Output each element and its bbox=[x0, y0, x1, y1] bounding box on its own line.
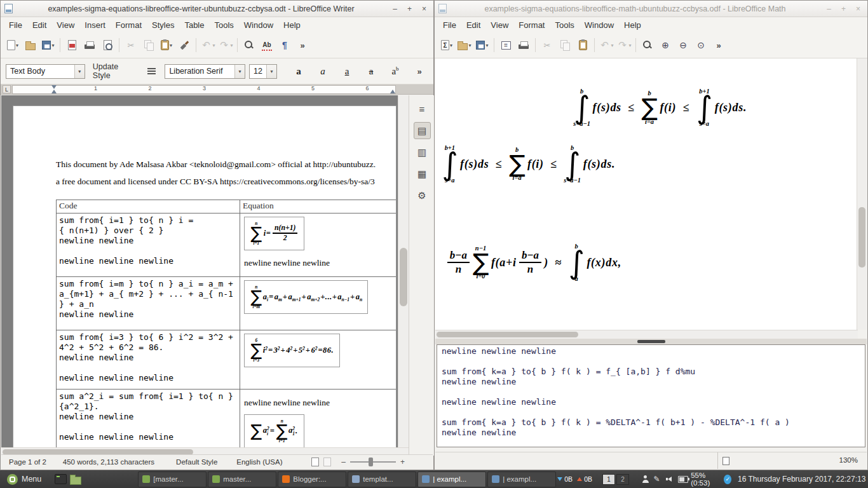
splitter-grip[interactable] bbox=[637, 340, 665, 343]
strikethrough-button[interactable]: a bbox=[362, 62, 380, 80]
toolbar-overflow-button[interactable]: » bbox=[294, 36, 311, 54]
document-page[interactable]: This document by Ade Malsasa Akbar <tekn… bbox=[13, 105, 397, 447]
taskbar-window-button[interactable]: master... bbox=[208, 471, 276, 487]
menu-window[interactable]: Window bbox=[239, 18, 278, 32]
scrollbar-thumb[interactable] bbox=[858, 207, 865, 268]
chevron-down-icon[interactable]: ▾ bbox=[51, 43, 54, 48]
italic-button[interactable]: a bbox=[314, 62, 332, 80]
taskbar-window-button[interactable]: [master... bbox=[138, 471, 207, 487]
menu-file[interactable]: File bbox=[438, 18, 461, 32]
superscript-button[interactable]: ab bbox=[386, 62, 404, 80]
chevron-down-icon[interactable]: ▾ bbox=[16, 43, 18, 48]
menu-file[interactable]: File bbox=[4, 18, 27, 32]
chevron-down-icon[interactable]: ▾ bbox=[628, 43, 631, 48]
zoom-in-button[interactable]: ⊕ bbox=[656, 36, 674, 54]
spelling-button[interactable]: Ab bbox=[258, 36, 276, 54]
menu-window[interactable]: Window bbox=[580, 18, 619, 32]
chevron-down-icon[interactable]: ▾ bbox=[74, 65, 85, 78]
print-button[interactable] bbox=[81, 36, 98, 54]
equation-cell[interactable]: n∑i=1i=n(n+1)2newline newline newline bbox=[240, 214, 397, 277]
formatting-marks-button[interactable]: ¶ bbox=[276, 36, 294, 54]
equation-cell[interactable]: n∑i=mai=am+am+1+am+2+...+an−1+an bbox=[240, 277, 397, 330]
paste-button[interactable]: ▾ bbox=[158, 36, 175, 54]
formatbar-overflow-button[interactable]: » bbox=[410, 62, 428, 80]
vertical-scrollbar[interactable] bbox=[857, 58, 867, 330]
maximize-button[interactable]: + bbox=[404, 3, 415, 14]
horizontal-ruler[interactable]: L 123456 bbox=[1, 85, 433, 95]
copy-button[interactable] bbox=[140, 36, 158, 54]
clone-formatting-button[interactable] bbox=[175, 36, 193, 54]
menu-edit[interactable]: Edit bbox=[461, 18, 485, 32]
update-style-button[interactable]: Update Style bbox=[89, 60, 140, 82]
print-preview-button[interactable] bbox=[98, 36, 116, 54]
zoom-level[interactable]: 130% bbox=[839, 456, 858, 464]
code-cell[interactable]: sum from{ i=m } to{ n } a_i = a_m + a_{m… bbox=[57, 277, 240, 330]
view-editor-splitter[interactable] bbox=[435, 339, 867, 344]
save-button[interactable]: ▾ bbox=[473, 36, 491, 54]
undo-button[interactable]: ↶▾ bbox=[597, 36, 615, 54]
menu-tools[interactable]: Tools bbox=[550, 18, 579, 32]
page-deck-button[interactable]: ▥ bbox=[414, 144, 431, 161]
formula-view[interactable]: b∫s=a−1f(s)ds≤b∑i=af(i)≤b+1∫s=af(s)ds. b… bbox=[435, 58, 858, 330]
workspace-2[interactable]: 2 bbox=[616, 474, 629, 485]
mint-menu-button[interactable]: Menu bbox=[2, 471, 46, 487]
math-titlebar[interactable]: examples-sigma-equations-libreoffice-mat… bbox=[435, 1, 867, 17]
multi-page-view-icon[interactable] bbox=[323, 458, 331, 466]
language-status[interactable]: English (USA) bbox=[236, 458, 282, 466]
code-cell[interactable]: sum a^2_i = sum from{ i=1 } to{ n } {a^2… bbox=[57, 390, 240, 447]
vertical-scrollbar[interactable] bbox=[398, 95, 409, 447]
chevron-down-icon[interactable]: ▾ bbox=[230, 43, 233, 48]
toolbar-overflow-button[interactable]: » bbox=[710, 36, 728, 54]
equation-cell[interactable]: 6∑i=3i2=32+42+52+62=86. bbox=[240, 330, 397, 390]
chevron-down-icon[interactable]: ▾ bbox=[170, 43, 172, 48]
cut-button[interactable]: ✂ bbox=[538, 36, 556, 54]
copy-button[interactable] bbox=[556, 36, 574, 54]
minimize-button[interactable]: – bbox=[390, 3, 400, 14]
first-line-indent-marker[interactable] bbox=[51, 85, 57, 89]
chevron-down-icon[interactable]: ▾ bbox=[611, 43, 613, 48]
zoom-slider-thumb[interactable] bbox=[369, 458, 373, 466]
equation-cell[interactable]: newline newline newline∑a2i=n∑i=1a21. bbox=[240, 390, 397, 447]
menu-format[interactable]: Format bbox=[513, 18, 550, 32]
page-style-status[interactable]: Default Style bbox=[176, 458, 217, 466]
workspace-1[interactable]: 1 bbox=[602, 474, 615, 485]
menu-styles[interactable]: Styles bbox=[147, 18, 179, 32]
cut-button[interactable]: ✂ bbox=[122, 36, 140, 54]
open-button[interactable] bbox=[22, 36, 39, 54]
new-style-button[interactable] bbox=[143, 62, 161, 80]
chevron-down-icon[interactable]: ▾ bbox=[468, 43, 471, 48]
maximize-button[interactable]: + bbox=[838, 3, 849, 14]
menu-view[interactable]: View bbox=[51, 18, 79, 32]
gallery-button[interactable]: ▦ bbox=[414, 165, 431, 182]
pencil-icon[interactable]: ✎ bbox=[653, 475, 660, 484]
chevron-down-icon[interactable]: ▾ bbox=[212, 43, 215, 48]
equation-object[interactable]: n∑i=mai=am+am+1+am+2+...+an−1+an bbox=[244, 280, 368, 314]
bold-button[interactable]: a bbox=[290, 62, 308, 80]
document-viewport[interactable]: This document by Ade Malsasa Akbar <tekn… bbox=[1, 95, 398, 447]
paste-button[interactable] bbox=[574, 36, 592, 54]
font-name-combobox[interactable]: Liberation Serif ▾ bbox=[165, 64, 245, 79]
redo-button[interactable]: ↷▾ bbox=[615, 36, 633, 54]
code-cell[interactable]: sum from{ i=3 } to{ 6 } i^2 = 3^2 + 4^2 … bbox=[57, 330, 240, 390]
menu-help[interactable]: Help bbox=[619, 18, 646, 32]
close-button[interactable]: × bbox=[419, 3, 430, 14]
zoom-slider[interactable] bbox=[350, 461, 396, 463]
taskbar-window-button[interactable]: | exampl... bbox=[417, 471, 486, 487]
equation-object[interactable]: ∑a2i=n∑i=1a21. bbox=[244, 414, 304, 447]
new-document-button[interactable]: ▾ bbox=[4, 36, 22, 54]
chevron-down-icon[interactable]: ▾ bbox=[485, 43, 488, 48]
formula-command-editor[interactable]: newline newline newline sum from{ k=a } … bbox=[437, 344, 865, 447]
zoom-100-button[interactable]: ⊙ bbox=[692, 36, 710, 54]
sidebar-menu-button[interactable]: ≡ bbox=[414, 100, 431, 118]
terminal-launcher[interactable] bbox=[53, 471, 68, 487]
right-indent-marker[interactable] bbox=[390, 90, 395, 93]
formula-cursor-button[interactable] bbox=[639, 36, 656, 54]
menu-edit[interactable]: Edit bbox=[27, 18, 51, 32]
single-page-view-icon[interactable] bbox=[311, 458, 319, 466]
equation-object[interactable]: 6∑i=3i2=32+42+52+62=86. bbox=[244, 334, 340, 367]
open-button[interactable]: ▾ bbox=[456, 36, 473, 54]
scrollbar-thumb[interactable] bbox=[437, 332, 578, 337]
zoom-out-button[interactable]: ⊖ bbox=[674, 36, 692, 54]
code-cell[interactable]: sum from{ i=1 } to{ n } i = { n(n+1) } o… bbox=[57, 214, 240, 277]
menu-table[interactable]: Table bbox=[179, 18, 209, 32]
